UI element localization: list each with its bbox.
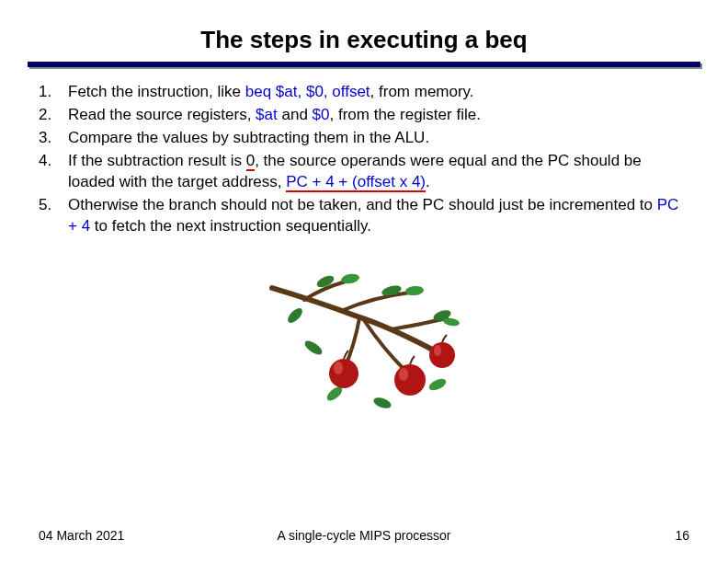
step-2-mid: and	[278, 106, 313, 123]
step-2: Read the source registers, $at and $0, f…	[39, 105, 689, 126]
apple-icon	[329, 350, 358, 388]
step-2-reg1: $at	[256, 106, 278, 123]
step-1: Fetch the instruction, like beq $at, $0,…	[39, 82, 689, 103]
svg-point-13	[394, 364, 426, 396]
step-3-text: Compare the values by subtracting them i…	[68, 129, 429, 146]
step-5: Otherwise the branch should not be taken…	[39, 195, 689, 237]
footer-page: 16	[675, 528, 689, 543]
step-3: Compare the values by subtracting them i…	[39, 128, 689, 149]
steps-list: Fetch the instruction, like beq $at, $0,…	[39, 82, 689, 237]
title-underline	[28, 62, 700, 67]
step-2-reg2: $0	[313, 106, 330, 123]
step-4-p1: If the subtraction result is	[68, 152, 246, 169]
step-4-p3: .	[426, 173, 430, 190]
footer-date: 04 March 2021	[39, 528, 124, 543]
svg-point-8	[372, 395, 392, 409]
step-5-p2: to fetch the next instruction sequential…	[90, 217, 371, 235]
step-5-p1: Otherwise the branch should not be taken…	[68, 196, 657, 213]
apple-icon	[429, 335, 455, 368]
svg-point-9	[427, 376, 448, 393]
step-2-suffix: , from the register file.	[329, 106, 480, 123]
step-4-expr: PC + 4 + (offset x 4)	[286, 173, 426, 192]
slide-body: Fetch the instruction, like beq $at, $0,…	[0, 69, 728, 421]
step-1-code: beq $at, $0, offset	[245, 83, 370, 100]
branch-illustration	[39, 265, 689, 421]
step-1-suffix: , from memory.	[370, 83, 474, 100]
slide-footer: 04 March 2021 A single-cycle MIPS proces…	[0, 528, 728, 543]
svg-point-15	[429, 342, 455, 368]
svg-point-10	[285, 305, 304, 325]
step-4: If the subtraction result is 0, the sour…	[39, 151, 689, 193]
step-1-text: Fetch the instruction, like	[68, 83, 245, 100]
svg-point-16	[434, 345, 441, 356]
svg-point-12	[334, 362, 343, 374]
svg-point-11	[329, 359, 358, 388]
svg-point-6	[302, 338, 324, 357]
svg-point-14	[399, 368, 408, 381]
step-2-prefix: Read the source registers,	[68, 106, 256, 123]
slide-title: The steps in executing a beq	[0, 0, 728, 62]
step-4-zero: 0	[246, 152, 255, 171]
apple-branch-icon	[254, 265, 474, 421]
footer-subject: A single-cycle MIPS processor	[277, 528, 450, 543]
